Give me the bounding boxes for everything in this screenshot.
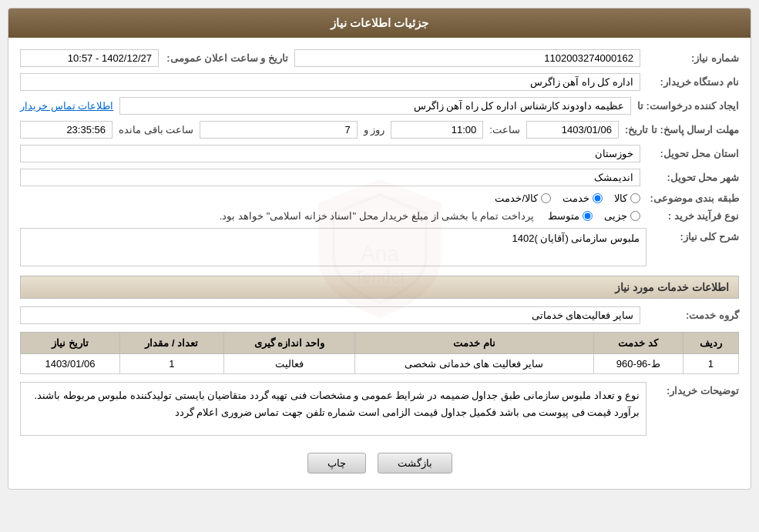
- shahr-row: شهر محل تحویل: اندیمشک: [20, 169, 739, 186]
- sharh-value: ملبوس سازمانی (آقایان )1402: [20, 228, 646, 266]
- cell-vahed: فعالیت: [223, 354, 354, 374]
- feraenad-label: نوع فرآیند خرید :: [646, 210, 739, 222]
- sharh-section: شرح کلی نیاز: ملبوس سازمانی (آقایان )140…: [20, 228, 739, 266]
- buttons-row: بازگشت چاپ: [20, 445, 739, 477]
- shahr-value: اندیمشک: [20, 169, 640, 186]
- radio-kala-khedmat[interactable]: کالا/خدمت: [495, 192, 551, 204]
- etelaat-link[interactable]: اطلاعات تماس خریدار: [20, 100, 113, 112]
- ostan-row: استان محل تحویل: خوزستان: [20, 145, 739, 162]
- name-darkhast-row: نام دستگاه خریدار: اداره کل راه آهن زاگر…: [20, 73, 739, 91]
- radio-kala[interactable]: کالا: [614, 192, 640, 204]
- radio-motevaset-label: متوسط: [548, 210, 579, 222]
- tarikh-value: 1402/12/27 - 10:57: [20, 49, 159, 67]
- radio-motevaset-input[interactable]: [583, 211, 593, 221]
- rooz-label: روز و: [364, 124, 385, 136]
- services-table: ردیف کد خدمت نام خدمت واحد اندازه گیری ت…: [20, 332, 739, 374]
- services-table-section: ردیف کد خدمت نام خدمت واحد اندازه گیری ت…: [20, 332, 739, 374]
- feraenad-row: نوع فرآیند خرید : جزیی متوسط پرداخت تمام…: [20, 210, 739, 222]
- ostan-label: استان محل تحویل:: [646, 148, 739, 159]
- col-vahed: واحد اندازه گیری: [223, 333, 354, 354]
- shomara-value: 1102003274000162: [294, 49, 640, 67]
- ostan-value: خوزستان: [20, 145, 640, 162]
- radio-jozyi-label: جزیی: [604, 210, 627, 222]
- shahr-label: شهر محل تحویل:: [646, 172, 739, 183]
- saat-label: ساعت:: [489, 124, 520, 136]
- main-card: Ana Tender جزئیات اطلاعات نیاز شماره نیا…: [8, 8, 751, 490]
- page-header: جزئیات اطلاعات نیاز: [8, 8, 751, 38]
- radio-kala-khedmat-input[interactable]: [541, 193, 551, 203]
- col-tarikh: تاریخ نیاز: [21, 333, 120, 354]
- saat-value: 11:00: [391, 121, 483, 139]
- cell-name: سایر فعالیت های خدماتی شخصی: [354, 354, 593, 374]
- ijad-value: عظیمه داودوند کارشناس اداره کل راه آهن ز…: [119, 97, 631, 115]
- gorohe-row: گروه خدمت: سایر فعالیت‌های خدماتی: [20, 306, 739, 324]
- back-button[interactable]: بازگشت: [378, 453, 452, 473]
- name-darkhast-value: اداره کل راه آهن زاگرس: [20, 73, 640, 91]
- col-tedad: تعداد / مقدار: [119, 333, 223, 354]
- feraenad-options: جزیی متوسط: [548, 210, 640, 222]
- radio-khedmat-input[interactable]: [593, 193, 603, 203]
- radio-kala-label: کالا: [614, 192, 627, 204]
- radio-jozyi-input[interactable]: [630, 211, 640, 221]
- shomara-row: شماره نیاز: 1102003274000162 تاریخ و ساع…: [20, 49, 739, 67]
- col-kod: کد خدمت: [593, 333, 683, 354]
- khadamat-header: اطلاعات خدمات مورد نیاز: [20, 276, 739, 299]
- rooz-value: 7: [200, 121, 357, 139]
- mohlat-row: مهلت ارسال پاسخ: تا تاریخ: 1403/01/06 سا…: [20, 121, 739, 139]
- col-name: نام خدمت: [354, 333, 593, 354]
- tabaqe-options: کالا خدمت کالا/خدمت: [495, 192, 640, 204]
- radio-khedmat[interactable]: خدمت: [563, 192, 603, 204]
- cell-tarikh: 1403/01/06: [21, 354, 120, 374]
- radio-kala-khedmat-label: کالا/خدمت: [495, 192, 538, 204]
- ijad-row: ایجاد کننده درخواست: تا عظیمه داودوند کا…: [20, 97, 739, 115]
- cell-kod: ط-96-960: [593, 354, 683, 374]
- sharh-label: شرح کلی نیاز:: [646, 228, 739, 243]
- feraenad-text: پرداخت تمام یا بخشی از مبلغ خریدار محل "…: [220, 210, 534, 222]
- mohlat-date: 1403/01/06: [526, 121, 619, 139]
- gorohe-label: گروه خدمت:: [646, 309, 739, 321]
- tabaqe-row: طبقه بندی موضوعی: کالا خدمت کالا/خدمت: [20, 192, 739, 204]
- ijad-label: ایجاد کننده درخواست: تا: [637, 100, 739, 112]
- radio-kala-input[interactable]: [630, 193, 640, 203]
- tawzihat-label: توضیحات خریدار:: [646, 382, 739, 396]
- tabaqe-label: طبقه بندی موضوعی:: [646, 192, 739, 204]
- gorohe-value: سایر فعالیت‌های خدماتی: [20, 306, 640, 324]
- tawzihat-section: توضیحات خریدار: نوع و تعداد ملبوس سازمان…: [20, 382, 739, 436]
- print-button[interactable]: چاپ: [307, 453, 366, 473]
- mande-value: 23:35:56: [20, 121, 113, 139]
- radio-jozyi[interactable]: جزیی: [604, 210, 640, 222]
- mande-label: ساعت باقی مانده: [119, 124, 193, 136]
- page-title: جزئیات اطلاعات نیاز: [331, 16, 428, 29]
- mohlat-label: مهلت ارسال پاسخ: تا تاریخ:: [625, 124, 739, 136]
- cell-tedad: 1: [119, 354, 223, 374]
- shomara-label: شماره نیاز:: [646, 52, 739, 64]
- tawzihat-value: نوع و تعداد ملبوس سازمانی طبق جداول ضمیم…: [20, 382, 646, 436]
- tarikh-label: تاریخ و ساعت اعلان عمومی:: [165, 52, 288, 64]
- table-row: 1 ط-96-960 سایر فعالیت های خدماتی شخصی ف…: [21, 354, 739, 374]
- name-darkhast-label: نام دستگاه خریدار:: [646, 76, 739, 88]
- cell-radif: 1: [683, 354, 738, 374]
- radio-khedmat-label: خدمت: [563, 192, 589, 204]
- radio-motevaset[interactable]: متوسط: [548, 210, 593, 222]
- col-radif: ردیف: [683, 333, 738, 354]
